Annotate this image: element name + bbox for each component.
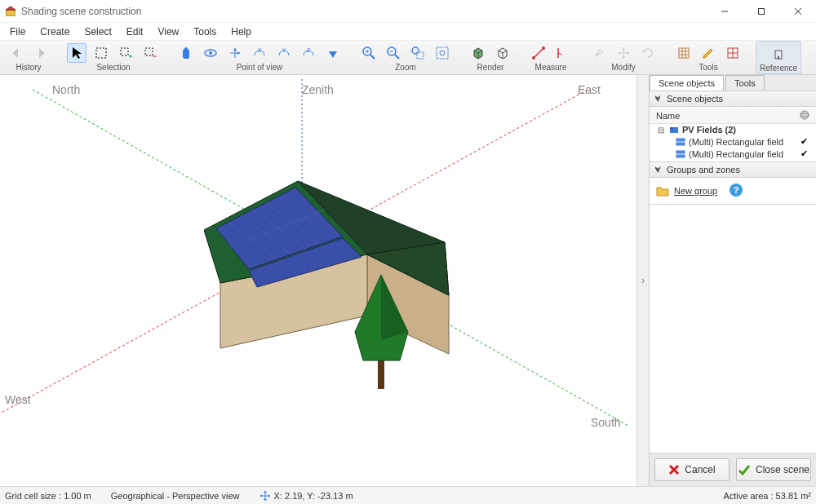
select-minus-button[interactable] bbox=[140, 43, 160, 63]
menu-help[interactable]: Help bbox=[224, 24, 258, 39]
zoom-rect-icon bbox=[410, 46, 425, 60]
close-button[interactable] bbox=[779, 0, 816, 23]
toolbar-group-history: History bbox=[3, 41, 54, 74]
axis-label-north: North bbox=[52, 83, 80, 96]
zoom-window-button[interactable] bbox=[408, 43, 428, 63]
eye-icon bbox=[203, 46, 218, 60]
select-rect-button[interactable] bbox=[91, 43, 111, 63]
svg-point-82 bbox=[800, 111, 809, 119]
menu-tools[interactable]: Tools bbox=[187, 24, 223, 39]
history-group-label: History bbox=[16, 63, 41, 72]
pan-button[interactable] bbox=[176, 43, 196, 63]
maximize-button[interactable] bbox=[743, 0, 779, 23]
checkmark-icon[interactable]: ✔ bbox=[800, 136, 813, 147]
modify-wrench-button[interactable] bbox=[589, 43, 609, 63]
orbit-button[interactable] bbox=[225, 43, 245, 63]
svg-rect-79 bbox=[378, 356, 384, 389]
globe-icon[interactable] bbox=[800, 110, 809, 122]
new-group-label: New group bbox=[674, 186, 717, 196]
checkmark-icon[interactable]: ✔ bbox=[800, 148, 813, 159]
cancel-label: Cancel bbox=[685, 464, 715, 475]
tab-tools[interactable]: Tools bbox=[725, 75, 765, 91]
toolbar-group-zoom: Zoom bbox=[356, 41, 455, 74]
svg-rect-87 bbox=[676, 143, 685, 145]
tree-collapse-icon[interactable]: ⊟ bbox=[656, 125, 666, 135]
svg-rect-60 bbox=[778, 56, 779, 59]
zoom-in-button[interactable] bbox=[359, 43, 379, 63]
top-view-button[interactable] bbox=[323, 43, 343, 63]
svg-marker-6 bbox=[12, 48, 18, 58]
svg-marker-24 bbox=[329, 51, 337, 58]
modify-position-button[interactable] bbox=[614, 43, 633, 63]
toolbar-group-tools: Tools bbox=[671, 41, 746, 74]
modify-group-label: Modify bbox=[611, 63, 635, 72]
svg-marker-97 bbox=[264, 491, 267, 493]
status-active-area: Active area : 53.81 m² bbox=[723, 491, 811, 501]
title-bar: Shading scene construction bbox=[0, 0, 816, 23]
svg-marker-98 bbox=[264, 499, 267, 501]
svg-rect-34 bbox=[437, 47, 448, 59]
undo-button[interactable] bbox=[7, 43, 26, 63]
toolbar-group-pov: X Y Z Point of view bbox=[173, 41, 346, 74]
menu-file[interactable]: File bbox=[3, 24, 32, 39]
menu-edit[interactable]: Edit bbox=[120, 24, 150, 39]
render-shaded-button[interactable] bbox=[468, 43, 488, 63]
table-button[interactable] bbox=[674, 43, 694, 63]
modify-rotate-button[interactable] bbox=[638, 43, 658, 63]
axis-x-button[interactable]: X bbox=[250, 43, 269, 63]
position-icon bbox=[616, 46, 631, 60]
svg-rect-88 bbox=[676, 151, 685, 153]
minimize-button[interactable] bbox=[706, 0, 743, 23]
measure-line-icon bbox=[531, 46, 546, 60]
svg-rect-13 bbox=[145, 48, 153, 55]
cancel-button[interactable]: Cancel bbox=[654, 458, 730, 481]
axis-y-icon: Y bbox=[277, 46, 291, 60]
redo-button[interactable] bbox=[31, 43, 51, 63]
new-group-button[interactable]: New group bbox=[656, 185, 717, 197]
partition-button[interactable] bbox=[723, 43, 743, 63]
field-icon bbox=[676, 137, 685, 147]
tree-row-root[interactable]: ⊟ PV Fields (2) bbox=[650, 124, 816, 135]
axis-z-button[interactable]: Z bbox=[299, 43, 318, 63]
zoom-fit-button[interactable] bbox=[432, 43, 452, 63]
name-column-header: Name bbox=[656, 111, 680, 121]
measure-distance-button[interactable] bbox=[529, 43, 548, 63]
panel-section-groups: ⮟ Groups and zones New group ? bbox=[650, 162, 816, 205]
tree-row-child[interactable]: (Multi) Rectangular field ✔ bbox=[650, 148, 816, 160]
menu-create[interactable]: Create bbox=[33, 24, 76, 39]
measure-angle-button[interactable] bbox=[553, 43, 573, 63]
svg-line-30 bbox=[395, 55, 399, 59]
pointer-button[interactable] bbox=[67, 43, 86, 63]
menu-bar: File Create Select Edit View Tools Help bbox=[0, 23, 816, 41]
reference-button[interactable] bbox=[769, 44, 788, 64]
groups-zones-header: Groups and zones bbox=[667, 165, 740, 175]
groups-help-button[interactable]: ? bbox=[729, 183, 743, 199]
collapse-icon[interactable]: ⮟ bbox=[654, 95, 662, 103]
panel-buttons: Cancel Close scene bbox=[650, 453, 816, 486]
render-wire-button[interactable] bbox=[493, 43, 512, 63]
svg-marker-20 bbox=[233, 48, 237, 51]
tree-row-child[interactable]: (Multi) Rectangular field ✔ bbox=[650, 135, 816, 148]
close-scene-button[interactable]: Close scene bbox=[736, 458, 811, 481]
svg-marker-55 bbox=[703, 49, 712, 58]
svg-marker-1 bbox=[6, 6, 16, 9]
menu-select[interactable]: Select bbox=[78, 24, 118, 39]
zoom-out-button[interactable] bbox=[384, 43, 403, 63]
svg-marker-99 bbox=[260, 494, 262, 497]
collapse-icon[interactable]: ⮟ bbox=[654, 166, 662, 174]
axis-y-button[interactable]: Y bbox=[274, 43, 294, 63]
tab-scene-objects[interactable]: Scene objects bbox=[650, 75, 724, 91]
viewport-3d[interactable]: North Zenith East West South bbox=[0, 75, 636, 486]
svg-rect-85 bbox=[670, 127, 673, 130]
menu-view[interactable]: View bbox=[151, 24, 185, 39]
side-panel-toggle[interactable]: › bbox=[636, 75, 649, 486]
crosshair-icon bbox=[259, 490, 271, 502]
svg-rect-9 bbox=[96, 48, 106, 58]
selection-group-label: Selection bbox=[96, 63, 130, 72]
observer-button[interactable] bbox=[201, 43, 220, 63]
select-plus-button[interactable] bbox=[116, 43, 135, 63]
axis-label-west: West bbox=[5, 393, 31, 406]
hand-icon bbox=[179, 46, 193, 60]
pencil-button[interactable] bbox=[698, 43, 718, 63]
rotate-icon bbox=[641, 46, 655, 60]
